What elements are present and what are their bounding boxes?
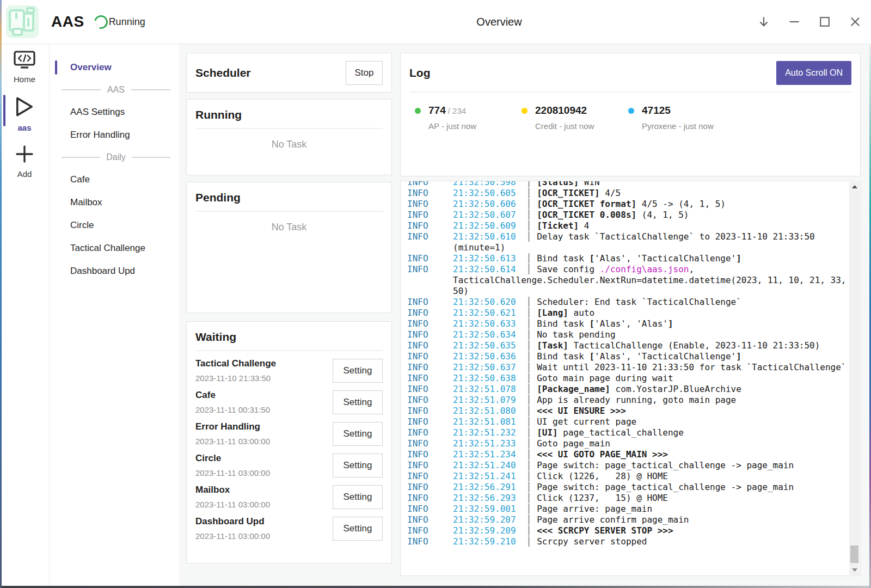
rail-item-aas[interactable]: aas: [0, 89, 49, 138]
code-monitor-icon: [14, 51, 35, 71]
log-line: INFO21:32:50.635 │ [Task] TacticalChalle…: [407, 340, 848, 351]
log-line: INFO21:32:50.614 │ Save config ./config\…: [407, 264, 848, 297]
log-message-part: ]: [736, 253, 741, 264]
rail-item-home[interactable]: Home: [0, 44, 49, 89]
task-setting-button[interactable]: Setting: [333, 485, 383, 509]
log-line: INFO21:32:50.634 │ No task pending: [407, 329, 848, 340]
stat-value: 220810942: [535, 105, 587, 117]
log-line: INFO21:32:50.598 │ [Status] WIN: [407, 181, 848, 188]
hide-to-tray-button[interactable]: [757, 15, 771, 29]
log-separator: │: [516, 231, 537, 242]
scroll-up-arrow[interactable]: [849, 182, 860, 192]
scheduler-card: Scheduler Stop: [186, 53, 392, 93]
close-button[interactable]: [848, 15, 862, 29]
maximize-button[interactable]: [818, 15, 832, 29]
sidebar-item-overview[interactable]: Overview: [50, 56, 179, 79]
log-level: INFO: [407, 493, 428, 504]
log-level: INFO: [407, 416, 428, 427]
log-line: INFO21:32:59.207 │ Page arrive confirm p…: [407, 514, 848, 525]
log-timestamp: 21:32:50.634: [453, 329, 516, 340]
log-line: INFO21:32:51.234 │ <<< UI GOTO PAGE_MAIN…: [407, 449, 848, 460]
minimize-button[interactable]: [787, 15, 801, 29]
minus-icon: [788, 15, 801, 28]
scrollbar-thumb[interactable]: [850, 546, 858, 563]
sidebar-item-aas-settings[interactable]: AAS Settings: [50, 101, 179, 124]
log-message-part: 'Alas', 'TacticalChallenge': [594, 351, 736, 362]
log-level: INFO: [407, 482, 428, 493]
log-timestamp: 21:32:51.234: [453, 449, 516, 460]
task-setting-button[interactable]: Setting: [333, 422, 383, 446]
square-icon: [818, 15, 831, 28]
waiting-task-name: Mailbox: [195, 485, 270, 495]
auto-scroll-toggle-button[interactable]: Auto Scroll ON: [776, 61, 851, 85]
log-message-part: 4: [579, 220, 589, 231]
log-level: INFO: [407, 395, 428, 406]
log-separator: │: [516, 493, 537, 503]
log-timestamp: 21:32:59.209: [453, 525, 516, 536]
rail-item-label: Home: [14, 75, 35, 84]
sidebar-item-mailbox[interactable]: Mailbox: [50, 191, 179, 214]
log-separator: │: [516, 318, 537, 329]
log-level: INFO: [407, 514, 428, 525]
sidebar-item-dashboard-upd[interactable]: Dashboard Upd: [50, 260, 179, 283]
log-message-part: [Status]: [537, 181, 579, 187]
log-timestamp: 21:32:59.207: [453, 514, 516, 525]
log-line: INFO21:32:50.609 │ [Ticket] 4: [407, 220, 848, 231]
log-message-part: Click (1237, 15) @ HOME: [537, 493, 668, 503]
log-separator: │: [516, 514, 537, 525]
log-timestamp: 21:32:59.210: [453, 536, 516, 547]
sidebar-item-circle[interactable]: Circle: [50, 214, 179, 237]
waiting-task-name: Dashboard Upd: [195, 516, 270, 527]
log-timestamp: 21:32:56.293: [453, 493, 516, 503]
log-message-part: Page switch: page_tactical_challenge -> …: [537, 482, 794, 492]
section-line: [62, 157, 100, 158]
waiting-task-next-run: 2023-11-10 21:33:50: [195, 373, 276, 383]
log-separator: │: [516, 308, 537, 318]
waiting-task-info: Cafe2023-11-11 00:31:50: [195, 390, 270, 414]
waiting-task-name: Circle: [195, 453, 270, 464]
log-message-part: ]: [736, 351, 741, 362]
log-separator: │: [516, 220, 537, 231]
log-line: INFO21:32:50.637 │ Wait until 2023-11-10…: [407, 362, 848, 373]
stop-button[interactable]: Stop: [346, 61, 383, 85]
log-scrollbar: [849, 182, 860, 575]
log-message-part: 'Alas', 'TacticalChallenge': [594, 253, 736, 264]
sidebar-item-tactical-challenge[interactable]: Tactical Challenge: [50, 237, 179, 260]
log-line: INFO21:32:51.080 │ <<< UI ENSURE >>>: [407, 406, 848, 416]
log-level: INFO: [407, 318, 428, 329]
log-level: INFO: [407, 181, 428, 188]
log-level: INFO: [407, 351, 428, 362]
section-line: [131, 89, 170, 90]
log-separator: │: [516, 340, 537, 351]
task-setting-button[interactable]: Setting: [333, 454, 383, 477]
log-separator: │: [516, 525, 537, 536]
log-message-part: 'Alas', 'Alas': [594, 318, 668, 329]
sidebar-section-daily: Daily: [62, 146, 170, 168]
log-separator: │: [516, 199, 537, 209]
rail-item-add[interactable]: Add: [0, 138, 49, 184]
task-setting-button[interactable]: Setting: [333, 359, 383, 383]
sidebar-item-error-handling[interactable]: Error Handling: [50, 124, 179, 146]
sidebar-section-aas: AAS: [62, 79, 170, 101]
window-controls: [757, 0, 862, 44]
log-level: INFO: [407, 253, 428, 264]
sidebar-item-cafe[interactable]: Cafe: [50, 168, 179, 191]
log-level: INFO: [407, 471, 428, 482]
log-separator: │: [516, 264, 537, 274]
task-setting-button[interactable]: Setting: [333, 390, 383, 414]
log-timestamp: 21:32:56.291: [453, 482, 516, 492]
log-output-panel[interactable]: INFO21:32:50.598 │ [Status] WININFO21:32…: [400, 181, 861, 576]
log-timestamp: 21:32:51.241: [453, 471, 516, 481]
waiting-task-row: Tactical Challenge2023-11-10 21:33:50Set…: [195, 358, 383, 383]
log-message-part: <<< SCRCPY SERVER STOP >>>: [537, 525, 673, 536]
log-timestamp: 21:32:50.614: [453, 264, 516, 274]
log-separator: │: [516, 329, 537, 340]
waiting-task-list: Tactical Challenge2023-11-10 21:33:50Set…: [195, 358, 383, 541]
log-level: INFO: [407, 264, 428, 275]
task-setting-button[interactable]: Setting: [333, 517, 383, 541]
log-message-part: 4/5: [600, 188, 621, 198]
waiting-task-row: Cafe2023-11-11 00:31:50Setting: [195, 390, 383, 414]
scroll-down-arrow[interactable]: [849, 565, 860, 575]
log-timestamp: 21:32:51.240: [453, 460, 516, 470]
log-message-part: Page switch: page_tactical_challenge -> …: [537, 460, 794, 470]
